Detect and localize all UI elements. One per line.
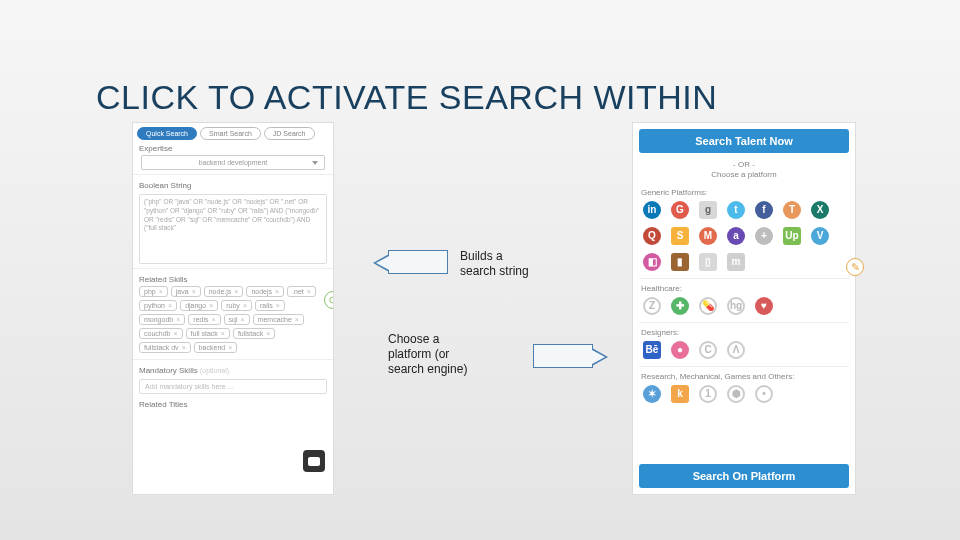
- search-tabs: Quick Search Smart Search JD Search: [133, 123, 333, 140]
- platform-icon[interactable]: +: [755, 227, 773, 245]
- platform-icon[interactable]: m: [727, 253, 745, 271]
- platform-icon[interactable]: ✶: [643, 385, 661, 403]
- platform-icon[interactable]: a: [727, 227, 745, 245]
- skill-chip[interactable]: couchdb: [139, 328, 183, 339]
- boolean-label: Boolean String: [133, 177, 333, 192]
- platform-icon[interactable]: ▯: [699, 253, 717, 271]
- platform-icon[interactable]: Λ: [727, 341, 745, 359]
- mandatory-label: Mandatory Skills (optional): [133, 362, 333, 377]
- platform-icon[interactable]: X: [811, 201, 829, 219]
- platform-icon[interactable]: ▮: [671, 253, 689, 271]
- research-grid: ✶k1⬢•: [633, 383, 855, 409]
- skill-chip[interactable]: redis: [188, 314, 220, 325]
- platform-icon[interactable]: in: [643, 201, 661, 219]
- chat-icon[interactable]: [303, 450, 325, 472]
- arrow-left-icon: [388, 250, 448, 274]
- skill-chip[interactable]: sql: [224, 314, 250, 325]
- platform-icon[interactable]: Z: [643, 297, 661, 315]
- search-on-platform-button[interactable]: Search On Platform: [639, 464, 849, 488]
- platform-icon[interactable]: Up: [783, 227, 801, 245]
- tab-smart-search[interactable]: Smart Search: [200, 127, 261, 140]
- platform-panel: Search Talent Now - OR - Choose a platfo…: [632, 122, 856, 495]
- search-talent-button[interactable]: Search Talent Now: [639, 129, 849, 153]
- platform-icon[interactable]: V: [811, 227, 829, 245]
- skill-chip[interactable]: full stack: [186, 328, 230, 339]
- annotation-choose: Choose a platform (or search engine): [388, 332, 483, 377]
- skill-chip[interactable]: .net: [287, 286, 316, 297]
- platform-icon[interactable]: hg: [727, 297, 745, 315]
- platform-icon[interactable]: ⬢: [727, 385, 745, 403]
- skill-chip[interactable]: mongodb: [139, 314, 185, 325]
- annotation-builds: Builds a search string: [460, 249, 540, 279]
- mandatory-skills-input[interactable]: Add mandatory skills here ...: [139, 379, 327, 394]
- skill-chip[interactable]: nodejs: [246, 286, 284, 297]
- platform-icon[interactable]: ✚: [671, 297, 689, 315]
- skill-chip[interactable]: node.js: [204, 286, 244, 297]
- tab-jd-search[interactable]: JD Search: [264, 127, 315, 140]
- skill-chip[interactable]: fullstack: [233, 328, 275, 339]
- skill-chip[interactable]: backend: [194, 342, 238, 353]
- platform-icon[interactable]: T: [783, 201, 801, 219]
- expertise-select[interactable]: backend development: [141, 155, 325, 170]
- hint-icon[interactable]: ✎: [846, 258, 864, 276]
- platform-icon[interactable]: 1: [699, 385, 717, 403]
- skill-chip[interactable]: ruby: [221, 300, 252, 311]
- healthcare-label: Healthcare:: [633, 280, 855, 295]
- expertise-label: Expertise: [133, 140, 333, 155]
- platform-icon[interactable]: C: [699, 341, 717, 359]
- platform-icon[interactable]: 💊: [699, 297, 717, 315]
- boolean-string-box[interactable]: ("php" OR "java" OR "node.js" OR "nodejs…: [139, 194, 327, 264]
- skill-chip[interactable]: rails: [255, 300, 285, 311]
- platform-icon[interactable]: •: [755, 385, 773, 403]
- slide-title: CLICK TO ACTIVATE SEARCH WITHIN: [96, 78, 717, 117]
- skill-chip[interactable]: memcache: [253, 314, 304, 325]
- designers-grid: Bē●CΛ: [633, 339, 855, 365]
- related-skills-label: Related Skills: [133, 271, 333, 286]
- research-label: Research, Mechanical, Games and Others:: [633, 368, 855, 383]
- platform-icon[interactable]: Bē: [643, 341, 661, 359]
- designers-label: Designers:: [633, 324, 855, 339]
- platform-icon[interactable]: S: [671, 227, 689, 245]
- platform-icon[interactable]: g: [699, 201, 717, 219]
- skill-chip[interactable]: java: [171, 286, 201, 297]
- arrow-right-icon: [533, 344, 593, 368]
- platform-icon[interactable]: ●: [671, 341, 689, 359]
- skill-chip[interactable]: fullstack dv: [139, 342, 191, 353]
- generic-platforms-grid: inGgtfTXQSMa+UpV◧▮▯m: [633, 199, 855, 277]
- platform-icon[interactable]: M: [699, 227, 717, 245]
- tab-quick-search[interactable]: Quick Search: [137, 127, 197, 140]
- skill-chip[interactable]: python: [139, 300, 177, 311]
- search-builder-panel: Quick Search Smart Search JD Search Expe…: [132, 122, 334, 495]
- platform-icon[interactable]: ◧: [643, 253, 661, 271]
- platform-icon[interactable]: ♥: [755, 297, 773, 315]
- skill-chip[interactable]: php: [139, 286, 168, 297]
- related-skills-chips: phpjavanode.jsnodejs.netpythondjangoruby…: [133, 286, 333, 357]
- healthcare-grid: Z✚💊hg♥: [633, 295, 855, 321]
- platform-icon[interactable]: G: [671, 201, 689, 219]
- or-divider: - OR - Choose a platform: [633, 159, 855, 184]
- platform-icon[interactable]: t: [727, 201, 745, 219]
- platform-icon[interactable]: f: [755, 201, 773, 219]
- skill-chip[interactable]: django: [180, 300, 218, 311]
- platform-icon[interactable]: Q: [643, 227, 661, 245]
- generic-platforms-label: Generic Platforms:: [633, 184, 855, 199]
- related-titles-label: Related Titles: [133, 396, 333, 411]
- platform-icon[interactable]: k: [671, 385, 689, 403]
